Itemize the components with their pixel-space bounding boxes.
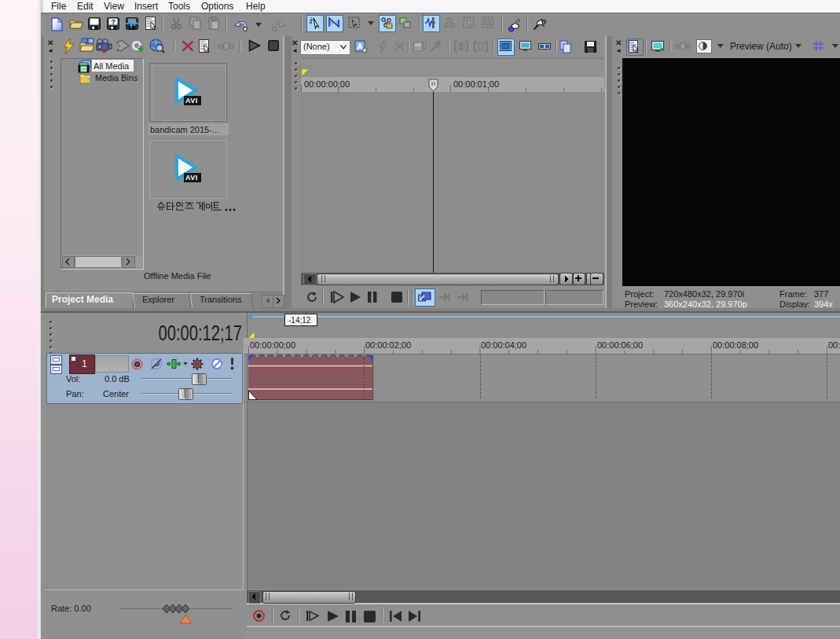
svg-text:?: ? [541, 18, 547, 29]
svg-text:?: ? [111, 17, 116, 26]
svg-text:AVI: AVI [185, 97, 198, 105]
svg-text:AVI: AVI [185, 174, 198, 182]
